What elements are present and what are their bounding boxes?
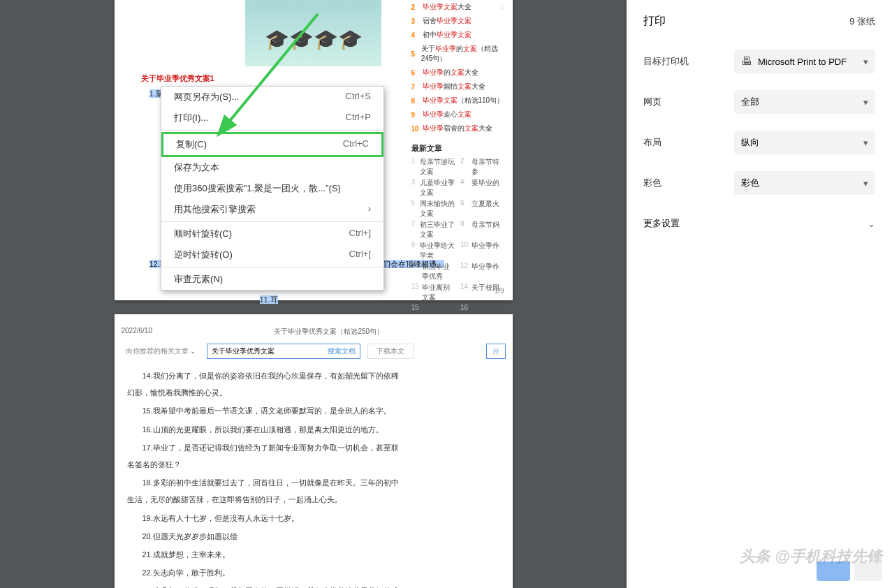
sidebar-column: 2毕业季文案大全☆3宿舍毕业季文案4初中毕业季文案5关于毕业季的文案（精选245…	[411, 0, 506, 344]
latest-item[interactable]: 8母亲节妈	[460, 220, 506, 240]
latest-item[interactable]: 3儿童毕业季文案	[411, 178, 457, 198]
recommend-label: 向你推荐的相关文章 ⌄	[122, 344, 200, 358]
latest-item[interactable]: 5周末愉快的文案	[411, 199, 457, 219]
ranked-item[interactable]: 10毕业季宿舍的文案大全	[411, 122, 506, 135]
body-line: 16.山顶的光更耀眼，所以我们要在山顶相遇，那是离太阳更近的地方。	[127, 421, 401, 438]
search-input[interactable]: 关于毕业季优秀文案搜索文档	[207, 344, 360, 359]
doc-title: 关于毕业季优秀文案（精选250句）	[274, 327, 383, 337]
context-menu-item[interactable]: 逆时针旋转(O)Ctrl+[	[161, 244, 383, 265]
latest-item[interactable]: 1母亲节游玩文案	[411, 157, 457, 177]
chevron-down-icon: ▾	[863, 138, 868, 148]
latest-item[interactable]: 12毕业季作	[460, 262, 506, 281]
body-line: 14.我们分离了，但是你的姿容依旧在我的心坎里保存，有如韶光留下的依稀幻影，愉悦…	[127, 367, 401, 401]
context-menu-item[interactable]: 顺时针旋转(C)Ctrl+]	[161, 223, 383, 244]
body-line: 19.永远有人十七岁，但是没有人永远十七岁。	[127, 510, 401, 527]
body-line: 15.我希望中考前最后一节语文课，语文老师要默写的，是全班人的名字。	[127, 402, 401, 419]
context-menu-item[interactable]: 打印(I)...Ctrl+P	[161, 108, 383, 128]
ranked-item[interactable]: 7毕业季煽情文案大全	[411, 80, 506, 94]
body-line: 22.矢志向学，敢于胜利。	[127, 564, 401, 581]
context-menu-item[interactable]: 用其他搜索引擎搜索›	[161, 199, 383, 220]
print-button[interactable]	[817, 561, 850, 581]
more-settings[interactable]: 更多设置⌄	[643, 212, 875, 235]
doc-date: 2022/6/10	[122, 327, 153, 337]
chevron-down-icon: ⌄	[868, 219, 875, 229]
ranked-item[interactable]: 6毕业季的文案大全	[411, 66, 506, 80]
ranked-item[interactable]: 8毕业季文案（精选110句）	[411, 94, 506, 108]
print-title: 打印	[643, 14, 666, 29]
printer-icon: 🖶	[741, 55, 752, 68]
print-panel: 打印 9 张纸 目标打印机 🖶Microsoft Print to PDF ▾ …	[627, 0, 892, 588]
latest-item[interactable]: 11初三毕业季优秀	[411, 262, 457, 281]
layout-select[interactable]: 纵向▾	[734, 131, 875, 154]
article-body: 14.我们分离了，但是你的姿容依旧在我的心坎里保存，有如韶光留下的依稀幻影，愉悦…	[122, 367, 506, 588]
context-menu-item[interactable]: 使用360搜索搜索"1.聚是一团火，散..."(S)	[161, 178, 383, 199]
pages-label: 网页	[643, 96, 734, 108]
target-printer-label: 目标打印机	[643, 55, 734, 68]
context-menu[interactable]: 网页另存为(S)...Ctrl+S打印(I)...Ctrl+P复制(C)Ctrl…	[161, 86, 384, 291]
latest-item[interactable]: 2母亲节特参	[460, 157, 506, 177]
chevron-down-icon: ▾	[863, 97, 868, 108]
body-line: 18.多彩的初中生活就要过去了，回首往日，一切就像是在昨天。三年的初中生活，无尽…	[127, 474, 401, 508]
color-label: 彩色	[643, 177, 734, 189]
target-printer-select[interactable]: 🖶Microsoft Print to PDF ▾	[734, 50, 875, 73]
latest-item[interactable]: 10毕业季作	[460, 241, 506, 260]
context-menu-item[interactable]: 审查元素(N)	[161, 269, 383, 290]
ranked-item[interactable]: 3宿舍毕业季文案	[411, 14, 506, 28]
chevron-down-icon: ▾	[863, 57, 868, 67]
latest-item[interactable]: 13毕业离别文案	[411, 283, 457, 302]
latest-item[interactable]: 9毕业季给大学老	[411, 241, 457, 260]
latest-item[interactable]: 7初三毕业了文案	[411, 220, 457, 240]
sheet-count: 9 张纸	[849, 15, 875, 28]
chevron-down-icon: ▾	[863, 178, 868, 189]
body-line: 21.成就梦想，主宰未来。	[127, 546, 401, 563]
context-menu-item[interactable]: 网页另存为(S)...Ctrl+S	[161, 87, 383, 108]
cancel-button[interactable]	[854, 561, 882, 581]
text-frag: 11.耳	[260, 295, 278, 304]
preview-page-2: 2022/6/10 关于毕业季优秀文案（精选250句） 向你推荐的相关文章 ⌄ …	[115, 314, 513, 588]
ranked-item[interactable]: 9毕业季走心文案	[411, 108, 506, 122]
latest-header: 最新文章	[411, 140, 506, 157]
download-button[interactable]: 下载本文	[367, 344, 414, 359]
context-menu-item[interactable]: 保存为文本	[161, 157, 383, 178]
page-number: 1/9	[495, 287, 504, 295]
body-line: 23.这几年，仿佛一瞬间，我们同欢笑，同拼搏，我们欣赏着彼此最美好的成长历程，我…	[127, 582, 401, 588]
color-select[interactable]: 彩色▾	[734, 171, 875, 195]
graduation-image	[245, 0, 381, 66]
latest-item[interactable]: 4要毕业的	[460, 178, 506, 198]
context-menu-item[interactable]: 复制(C)Ctrl+C	[161, 132, 383, 157]
share-button[interactable]: 分	[486, 344, 506, 359]
body-line: 17.毕业了，是否还记得我们曾经为了新闻专业而努力争取一切机会，甚至联名签名的张…	[127, 439, 401, 473]
ranked-item[interactable]: 5关于毕业季的文案（精选245句）	[411, 42, 506, 66]
body-line: 20.但愿天光岁岁步如愿以偿	[127, 528, 401, 545]
pages-select[interactable]: 全部▾	[734, 90, 875, 114]
latest-item[interactable]: 6立夏最火	[460, 199, 506, 219]
layout-label: 布局	[643, 136, 734, 149]
ranked-item[interactable]: 4初中毕业季文案	[411, 28, 506, 42]
ranked-item[interactable]: 2毕业季文案大全☆	[411, 0, 506, 14]
